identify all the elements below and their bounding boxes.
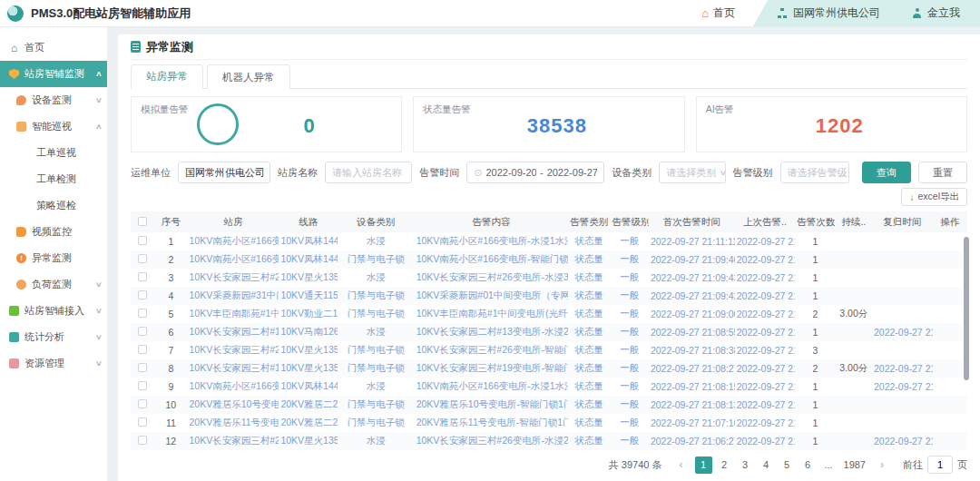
sidebar-item-station-smart-monitor[interactable]: 站房智辅监测∧ [0, 61, 107, 87]
cell-content[interactable]: 10KV长安家园二村#13变电所-水浸2水浸状 [415, 323, 568, 341]
cell-device[interactable]: 水浸 [338, 432, 415, 450]
excel-export-button[interactable]: ↓ excel导出 [901, 188, 967, 206]
cell-level[interactable]: 一般 [611, 232, 649, 250]
cell-first_time[interactable]: 2022-09-27 21:08:38 [649, 341, 735, 359]
cell-last_time[interactable]: 2022-09-27 21:1 [735, 305, 796, 323]
cell-category[interactable]: 状态量 [568, 359, 610, 378]
cell-first_time[interactable]: 2022-09-27 21:09:00 [649, 305, 735, 323]
sidebar-item-station-smart-access[interactable]: 站房智辅接入∨ [0, 298, 107, 324]
cell-station[interactable]: 10KV长安家园二村#13变 [188, 323, 279, 341]
cell-content[interactable]: 20KV雅居乐11号变电所-智能门锁1门禁事件 [415, 414, 568, 432]
page-button-1987[interactable]: 1987 [841, 456, 868, 474]
sidebar-item-load-monitor[interactable]: 负荷监测∨ [0, 271, 107, 298]
cell-station[interactable]: 10KV长安家园三村#26变 [188, 341, 279, 359]
cell-station[interactable]: 10KV南苑小区#166变电 [188, 232, 279, 250]
cell-line[interactable]: 10KV星火135线 [279, 341, 338, 359]
cell-line[interactable]: 10KV通天115线,10K [279, 287, 338, 305]
sidebar-item-device-monitor[interactable]: 设备监测∨ [0, 87, 107, 113]
cell-last_time[interactable]: 2022-09-27 21:1 [735, 359, 796, 378]
page-button-5[interactable]: 5 [779, 456, 796, 474]
page-button-6[interactable]: 6 [799, 456, 817, 474]
cell-station[interactable]: 10KV采菱新园#31中间变 [188, 287, 279, 305]
cell-first_time[interactable]: 2022-09-27 21:08:13 [649, 396, 735, 414]
cell-device[interactable]: 门禁与电子锁 [338, 250, 415, 269]
cell-last_time[interactable]: 2022-09-27 21:0 [735, 287, 796, 305]
cell-category[interactable]: 状态量 [568, 305, 610, 323]
row-checkbox[interactable] [138, 381, 147, 390]
cell-first_time[interactable]: 2022-09-27 21:09:46 [649, 250, 735, 269]
unit-select[interactable]: 国网常州供电公司 ∨ [178, 162, 270, 183]
cell-content[interactable]: 10KV长安家园三村#26变电所-智能门锁1锁 [415, 341, 568, 359]
cell-line[interactable]: 10KV凤林144线 [279, 250, 338, 269]
page-button-1[interactable]: 1 [695, 456, 712, 474]
cell-station[interactable]: 10KV丰臣南郡苑#1中间 [188, 305, 279, 323]
cell-last_time[interactable]: 2022-09-27 21:1 [735, 232, 796, 250]
cell-level[interactable]: 一般 [611, 414, 649, 432]
sidebar-item-exception-monitor[interactable]: !异常监测 [0, 245, 107, 271]
cell-content[interactable]: 10KV长安家园三村#26变电所-水浸2水浸状 [415, 432, 568, 450]
cell-device[interactable]: 门禁与电子锁 [338, 414, 415, 432]
row-checkbox[interactable] [138, 436, 147, 445]
sidebar-item-resource-manage[interactable]: 资源管理∨ [0, 350, 107, 377]
row-checkbox[interactable] [138, 254, 147, 263]
tab-robot-exception[interactable]: 机器人异常 [207, 64, 290, 89]
cell-line[interactable]: 10KV星火135线 [279, 432, 338, 450]
page-button-2[interactable]: 2 [716, 456, 733, 474]
next-page-button[interactable]: › [874, 458, 890, 471]
row-checkbox[interactable] [138, 399, 147, 408]
select-all-checkbox[interactable] [138, 217, 147, 226]
cell-level[interactable]: 一般 [611, 323, 649, 341]
nav-home[interactable]: ⌂ 首页 [683, 0, 753, 26]
cell-station[interactable]: 10KV长安家园三村#19变 [188, 359, 279, 378]
cell-content[interactable]: 10KV采菱新园#01中间变电所（专网三遥）- [415, 287, 568, 305]
cell-device[interactable]: 门禁与电子锁 [338, 287, 415, 305]
cell-category[interactable]: 状态量 [568, 378, 610, 396]
cell-station[interactable]: 10KV长安家园三村#26变 [188, 269, 279, 287]
cell-last_time[interactable]: 2022-09-27 21:0 [735, 432, 796, 450]
cell-first_time[interactable]: 2022-09-27 21:07:10 [649, 414, 735, 432]
cell-level[interactable]: 一般 [611, 432, 649, 450]
cell-content[interactable]: 10KV长安家园三村#19变电所-智能门锁1门 [415, 359, 568, 378]
prev-page-button[interactable]: ‹ [673, 458, 690, 471]
cell-category[interactable]: 状态量 [568, 432, 610, 450]
level-select[interactable]: 请选择告警级别 ∨ [780, 162, 849, 183]
cell-last_time[interactable]: 2022-09-27 21:0 [735, 323, 796, 341]
cell-level[interactable]: 一般 [611, 269, 649, 287]
device-select[interactable]: 请选择类别 ∨ [659, 162, 725, 183]
cell-level[interactable]: 一般 [611, 305, 649, 323]
cell-content[interactable]: 10KV长安家园三村#26变电所-水浸3水浸状态 [415, 269, 568, 287]
cell-category[interactable]: 状态量 [568, 323, 610, 341]
search-button[interactable]: 查询 [862, 162, 911, 183]
cell-last_time[interactable]: 2022-09-27 21:0 [735, 269, 796, 287]
cell-last_time[interactable]: 2022-09-27 21:0 [735, 341, 796, 359]
cell-reset_time[interactable]: 2022-09-27 21: [872, 378, 933, 396]
cell-station[interactable]: 20KV雅居乐11号变电所 [188, 414, 279, 432]
cell-category[interactable]: 状态量 [568, 287, 610, 305]
row-checkbox[interactable] [138, 309, 147, 318]
nav-user[interactable]: 金立我 [912, 5, 960, 21]
cell-category[interactable]: 状态量 [568, 414, 610, 432]
cell-line[interactable]: 10KV凤林144线 [279, 378, 338, 396]
row-checkbox[interactable] [138, 417, 147, 427]
cell-device[interactable]: 水浸 [338, 269, 415, 287]
cell-content[interactable]: 10KV南苑小区#166变电所-智能门锁1锁状态 [415, 250, 568, 269]
row-checkbox[interactable] [138, 236, 147, 245]
sidebar-item-work-order-patrol[interactable]: 工单巡视 [0, 140, 107, 166]
cell-station[interactable]: 10KV南苑小区#166变电 [188, 250, 279, 269]
sidebar-item-stats-analysis[interactable]: 统计分析∨ [0, 324, 107, 350]
cell-last_time[interactable]: 2022-09-27 21:0 [735, 396, 796, 414]
tab-station-exception[interactable]: 站房异常 [131, 64, 203, 89]
cell-line[interactable]: 10KV勤业二128线,10 [279, 305, 338, 323]
cell-device[interactable]: 水浸 [338, 232, 415, 250]
sidebar-item-strategy-patrol[interactable]: 策略巡检 [0, 192, 107, 219]
cell-station[interactable]: 10KV南苑小区#166变电 [188, 378, 279, 396]
cell-line[interactable]: 20KV雅居二226线,20 [279, 414, 338, 432]
cell-last_time[interactable]: 2022-09-27 21:0 [735, 378, 796, 396]
cell-first_time[interactable]: 2022-09-27 21:08:15 [649, 378, 735, 396]
cell-first_time[interactable]: 2022-09-27 21:09:43 [649, 269, 735, 287]
cell-category[interactable]: 状态量 [568, 396, 610, 414]
sidebar-item-video-monitor[interactable]: 视频监控 [0, 219, 107, 245]
cell-first_time[interactable]: 2022-09-27 21:08:55 [649, 323, 735, 341]
cell-category[interactable]: 状态量 [568, 269, 610, 287]
cell-content[interactable]: 20KV雅居乐10号变电所-智能门锁1门禁事件 [415, 396, 568, 414]
